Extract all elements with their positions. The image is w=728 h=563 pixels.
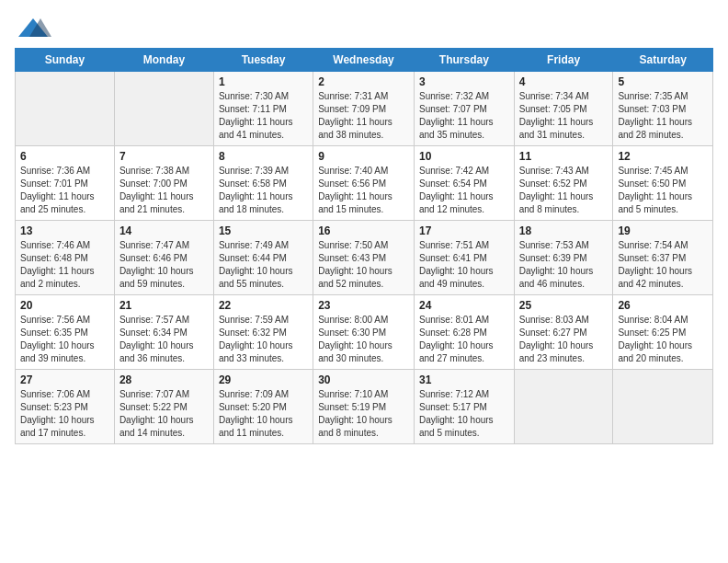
weekday-header-sunday: Sunday	[16, 49, 115, 72]
day-number: 5	[618, 75, 708, 88]
day-info: Sunrise: 7:06 AM Sunset: 5:23 PM Dayligh…	[20, 388, 109, 440]
day-number: 14	[119, 224, 209, 237]
day-info: Sunrise: 7:31 AM Sunset: 7:09 PM Dayligh…	[318, 90, 409, 142]
calendar-cell	[613, 370, 713, 444]
day-number: 18	[519, 224, 609, 237]
day-info: Sunrise: 7:38 AM Sunset: 7:00 PM Dayligh…	[119, 165, 209, 216]
day-number: 21	[119, 299, 209, 312]
day-number: 11	[519, 150, 609, 163]
calendar-cell: 3Sunrise: 7:32 AM Sunset: 7:07 PM Daylig…	[414, 72, 514, 146]
day-number: 28	[119, 373, 209, 386]
day-number: 30	[318, 373, 409, 386]
day-info: Sunrise: 7:42 AM Sunset: 6:54 PM Dayligh…	[419, 165, 509, 216]
day-info: Sunrise: 7:09 AM Sunset: 5:20 PM Dayligh…	[219, 388, 308, 440]
day-number: 19	[618, 224, 708, 237]
calendar-cell: 2Sunrise: 7:31 AM Sunset: 7:09 PM Daylig…	[313, 72, 415, 146]
day-number: 23	[318, 299, 409, 312]
calendar-cell	[16, 72, 115, 146]
calendar-cell	[514, 370, 613, 444]
day-number: 8	[219, 150, 308, 163]
calendar-cell: 20Sunrise: 7:56 AM Sunset: 6:35 PM Dayli…	[16, 295, 115, 370]
calendar-cell: 31Sunrise: 7:12 AM Sunset: 5:17 PM Dayli…	[414, 370, 514, 444]
calendar-cell: 26Sunrise: 8:04 AM Sunset: 6:25 PM Dayli…	[613, 295, 713, 370]
day-info: Sunrise: 7:12 AM Sunset: 5:17 PM Dayligh…	[419, 388, 509, 440]
day-info: Sunrise: 7:56 AM Sunset: 6:35 PM Dayligh…	[20, 314, 109, 365]
day-info: Sunrise: 8:00 AM Sunset: 6:30 PM Dayligh…	[318, 314, 409, 365]
calendar-cell: 18Sunrise: 7:53 AM Sunset: 6:39 PM Dayli…	[514, 221, 613, 295]
day-info: Sunrise: 7:35 AM Sunset: 7:03 PM Dayligh…	[618, 90, 708, 142]
day-number: 24	[419, 299, 509, 312]
day-number: 9	[318, 150, 409, 163]
calendar-cell: 7Sunrise: 7:38 AM Sunset: 7:00 PM Daylig…	[114, 146, 213, 221]
calendar-cell: 4Sunrise: 7:34 AM Sunset: 7:05 PM Daylig…	[514, 72, 613, 146]
page-header	[15, 15, 713, 40]
calendar-cell: 30Sunrise: 7:10 AM Sunset: 5:19 PM Dayli…	[313, 370, 415, 444]
day-info: Sunrise: 7:47 AM Sunset: 6:46 PM Dayligh…	[119, 239, 209, 291]
day-info: Sunrise: 8:03 AM Sunset: 6:27 PM Dayligh…	[519, 314, 609, 365]
day-number: 27	[20, 373, 109, 386]
day-number: 25	[519, 299, 609, 312]
day-info: Sunrise: 7:57 AM Sunset: 6:34 PM Dayligh…	[119, 314, 209, 365]
day-number: 15	[219, 224, 308, 237]
calendar-cell: 22Sunrise: 7:59 AM Sunset: 6:32 PM Dayli…	[213, 295, 313, 370]
day-info: Sunrise: 8:04 AM Sunset: 6:25 PM Dayligh…	[618, 314, 708, 365]
day-info: Sunrise: 7:07 AM Sunset: 5:22 PM Dayligh…	[119, 388, 209, 440]
day-number: 13	[20, 224, 109, 237]
day-number: 4	[519, 75, 609, 88]
day-number: 10	[419, 150, 509, 163]
calendar-cell: 12Sunrise: 7:45 AM Sunset: 6:50 PM Dayli…	[613, 146, 713, 221]
calendar-cell: 8Sunrise: 7:39 AM Sunset: 6:58 PM Daylig…	[213, 146, 313, 221]
weekday-header-tuesday: Tuesday	[213, 49, 313, 72]
calendar-cell: 29Sunrise: 7:09 AM Sunset: 5:20 PM Dayli…	[213, 370, 313, 444]
day-info: Sunrise: 7:53 AM Sunset: 6:39 PM Dayligh…	[519, 239, 609, 291]
calendar-cell: 19Sunrise: 7:54 AM Sunset: 6:37 PM Dayli…	[613, 221, 713, 295]
day-info: Sunrise: 7:54 AM Sunset: 6:37 PM Dayligh…	[618, 239, 708, 291]
day-number: 3	[419, 75, 509, 88]
day-number: 12	[618, 150, 708, 163]
day-number: 29	[219, 373, 308, 386]
calendar-table: SundayMondayTuesdayWednesdayThursdayFrid…	[15, 48, 713, 444]
day-info: Sunrise: 7:50 AM Sunset: 6:43 PM Dayligh…	[318, 239, 409, 291]
calendar-cell: 10Sunrise: 7:42 AM Sunset: 6:54 PM Dayli…	[414, 146, 514, 221]
day-info: Sunrise: 7:36 AM Sunset: 7:01 PM Dayligh…	[20, 165, 109, 216]
day-info: Sunrise: 7:34 AM Sunset: 7:05 PM Dayligh…	[519, 90, 609, 142]
calendar-cell: 6Sunrise: 7:36 AM Sunset: 7:01 PM Daylig…	[16, 146, 115, 221]
day-number: 26	[618, 299, 708, 312]
day-number: 7	[119, 150, 209, 163]
day-info: Sunrise: 8:01 AM Sunset: 6:28 PM Dayligh…	[419, 314, 509, 365]
day-info: Sunrise: 7:51 AM Sunset: 6:41 PM Dayligh…	[419, 239, 509, 291]
calendar-cell	[114, 72, 213, 146]
day-number: 1	[219, 75, 308, 88]
day-number: 16	[318, 224, 409, 237]
day-info: Sunrise: 7:43 AM Sunset: 6:52 PM Dayligh…	[519, 165, 609, 216]
day-number: 22	[219, 299, 308, 312]
weekday-header-saturday: Saturday	[613, 49, 713, 72]
logo	[15, 15, 55, 40]
calendar-cell: 21Sunrise: 7:57 AM Sunset: 6:34 PM Dayli…	[114, 295, 213, 370]
day-number: 6	[20, 150, 109, 163]
day-info: Sunrise: 7:46 AM Sunset: 6:48 PM Dayligh…	[20, 239, 109, 291]
day-info: Sunrise: 7:59 AM Sunset: 6:32 PM Dayligh…	[219, 314, 308, 365]
calendar-cell: 1Sunrise: 7:30 AM Sunset: 7:11 PM Daylig…	[213, 72, 313, 146]
calendar-cell: 25Sunrise: 8:03 AM Sunset: 6:27 PM Dayli…	[514, 295, 613, 370]
calendar-cell: 15Sunrise: 7:49 AM Sunset: 6:44 PM Dayli…	[213, 221, 313, 295]
day-number: 20	[20, 299, 109, 312]
calendar-cell: 9Sunrise: 7:40 AM Sunset: 6:56 PM Daylig…	[313, 146, 415, 221]
calendar-cell: 11Sunrise: 7:43 AM Sunset: 6:52 PM Dayli…	[514, 146, 613, 221]
day-info: Sunrise: 7:32 AM Sunset: 7:07 PM Dayligh…	[419, 90, 509, 142]
day-number: 31	[419, 373, 509, 386]
day-info: Sunrise: 7:10 AM Sunset: 5:19 PM Dayligh…	[318, 388, 409, 440]
day-info: Sunrise: 7:49 AM Sunset: 6:44 PM Dayligh…	[219, 239, 308, 291]
weekday-header-monday: Monday	[114, 49, 213, 72]
weekday-header-wednesday: Wednesday	[313, 49, 415, 72]
day-info: Sunrise: 7:40 AM Sunset: 6:56 PM Dayligh…	[318, 165, 409, 216]
day-info: Sunrise: 7:45 AM Sunset: 6:50 PM Dayligh…	[618, 165, 708, 216]
calendar-cell: 13Sunrise: 7:46 AM Sunset: 6:48 PM Dayli…	[16, 221, 115, 295]
calendar-cell: 23Sunrise: 8:00 AM Sunset: 6:30 PM Dayli…	[313, 295, 415, 370]
calendar-cell: 17Sunrise: 7:51 AM Sunset: 6:41 PM Dayli…	[414, 221, 514, 295]
day-info: Sunrise: 7:39 AM Sunset: 6:58 PM Dayligh…	[219, 165, 308, 216]
calendar-cell: 16Sunrise: 7:50 AM Sunset: 6:43 PM Dayli…	[313, 221, 415, 295]
logo-icon	[15, 15, 51, 40]
calendar-cell: 27Sunrise: 7:06 AM Sunset: 5:23 PM Dayli…	[16, 370, 115, 444]
calendar-cell: 14Sunrise: 7:47 AM Sunset: 6:46 PM Dayli…	[114, 221, 213, 295]
